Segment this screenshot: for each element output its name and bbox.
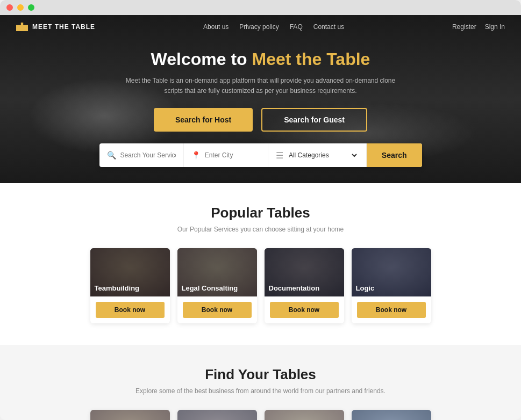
find-cards-grid: Legal Consalting from30$ duration: 1hour… (16, 410, 505, 420)
popular-title: Popular Tables (16, 205, 505, 221)
search-guest-button[interactable]: Search for Guest (261, 108, 367, 132)
card-img-logic: Logic (352, 248, 431, 296)
logo-text: MEET THE TABLE (32, 23, 95, 31)
hero-subtitle: Meet the Table is an on-demand app platf… (121, 76, 401, 96)
city-input[interactable] (205, 151, 260, 159)
search-bar: 🔍 📍 ☰ All Categories Search (99, 143, 422, 167)
book-now-btn-3[interactable]: Book now (270, 302, 339, 318)
location-icon: 📍 (191, 151, 201, 160)
logo-icon (16, 23, 28, 31)
book-now-btn-2[interactable]: Book now (183, 302, 252, 318)
nav-faq[interactable]: FAQ (290, 23, 303, 31)
nav-auth: Register Sign In (452, 23, 505, 31)
maximize-dot[interactable] (28, 4, 34, 11)
search-services-icon: 🔍 (107, 151, 116, 160)
card-label-legal: Legal Consalting (182, 284, 238, 292)
book-now-btn-1[interactable]: Book now (96, 302, 165, 318)
category-select[interactable]: All Categories (287, 151, 359, 160)
filter-icon: ☰ (276, 150, 283, 161)
find-card-4[interactable]: Legal Consalting from30$ duration: 1hour (352, 410, 431, 420)
card-label-documentation: Documentation (269, 284, 320, 292)
find-card-img-4 (352, 410, 431, 420)
find-card-img-2 (177, 410, 257, 420)
popular-cards-grid: Teambuilding Book now Legal Consalting B… (16, 248, 505, 323)
card-body-2: Book now (177, 296, 257, 323)
popular-card-3: Documentation Book now (265, 248, 344, 323)
find-subtitle: Explore some of the best business from a… (16, 387, 505, 395)
search-bar-wrapper: 🔍 📍 ☰ All Categories Search (0, 143, 521, 183)
services-field: 🔍 (99, 143, 184, 167)
nav-register[interactable]: Register (452, 23, 476, 31)
card-label-teambuilding: Teambuilding (95, 284, 140, 292)
nav-about[interactable]: About us (203, 23, 229, 31)
hero-buttons: Search for Host Search for Guest (16, 108, 505, 132)
nav-links: About us Privacy policy FAQ Contact us (203, 23, 344, 31)
hero-title-accent: Meet the Table (252, 49, 370, 69)
book-now-btn-4[interactable]: Book now (357, 302, 426, 318)
find-card-1[interactable]: Legal Consalting from30$ duration: 1hour (90, 410, 170, 420)
hero-section: MEET THE TABLE About us Privacy policy F… (0, 15, 521, 183)
card-body-1: Book now (90, 296, 170, 323)
hero-content: Welcome to Meet the Table Meet the Table… (0, 39, 521, 132)
close-dot[interactable] (6, 4, 13, 11)
navbar: MEET THE TABLE About us Privacy policy F… (0, 15, 521, 39)
hero-title: Welcome to Meet the Table (16, 49, 505, 69)
popular-card-2: Legal Consalting Book now (177, 248, 257, 323)
find-card-img-3 (265, 410, 344, 420)
card-body-3: Book now (265, 296, 344, 323)
card-img-legal: Legal Consalting (177, 248, 257, 296)
card-img-teambuilding: Teambuilding (90, 248, 170, 296)
popular-section: Popular Tables Our Popular Services you … (0, 183, 521, 345)
card-body-4: Book now (352, 296, 431, 323)
nav-contact[interactable]: Contact us (313, 23, 344, 31)
card-img-documentation: Documentation (265, 248, 344, 296)
find-card-3[interactable]: Legal Consalting from30$ duration: 1hour (265, 410, 344, 420)
popular-card-1: Teambuilding Book now (90, 248, 170, 323)
category-field: ☰ All Categories (268, 143, 367, 167)
minimize-dot[interactable] (17, 4, 24, 11)
search-button[interactable]: Search (367, 143, 422, 167)
find-card-img-1 (90, 410, 170, 420)
nav-signin[interactable]: Sign In (485, 23, 505, 31)
search-host-button[interactable]: Search for Host (154, 108, 253, 132)
nav-privacy[interactable]: Privacy policy (239, 23, 279, 31)
city-field: 📍 (184, 143, 268, 167)
find-section: Find Your Tables Explore some of the bes… (0, 345, 521, 420)
card-label-logic: Logic (356, 284, 375, 292)
logo: MEET THE TABLE (16, 23, 95, 31)
find-title: Find Your Tables (16, 366, 505, 383)
popular-card-4: Logic Book now (352, 248, 431, 323)
window-chrome (0, 0, 521, 15)
find-card-2[interactable]: Legal Consalting from30$ duration: 1hour (177, 410, 257, 420)
search-services-input[interactable] (120, 151, 176, 159)
hero-title-prefix: Welcome to (151, 49, 252, 69)
popular-subtitle: Our Popular Services you can choose sitt… (16, 226, 505, 233)
page-wrapper: MEET THE TABLE About us Privacy policy F… (0, 15, 521, 420)
